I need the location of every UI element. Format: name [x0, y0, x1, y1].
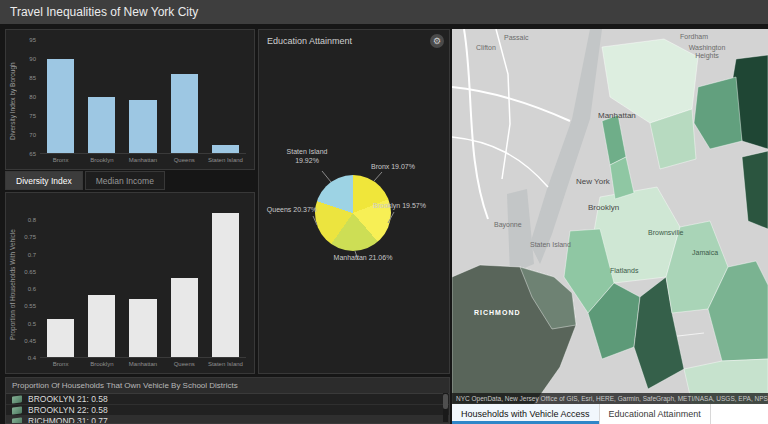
- vehicle-x-axis-labels: BronxBrooklynManhattanQueensStaten Islan…: [40, 358, 246, 370]
- district-list-panel: Proportion Of Households That Own Vehicl…: [5, 377, 450, 424]
- district-list-label: BROOKLYN 21: 0.58: [28, 394, 108, 404]
- list-item[interactable]: RICHMOND 31: 0.77: [6, 416, 449, 424]
- bar-brooklyn[interactable]: [88, 97, 115, 154]
- pie-label-brooklyn: Brooklyn 19.57%: [373, 202, 443, 211]
- map-attribution: NYC OpenData, New Jersey Office of GIS, …: [452, 393, 768, 404]
- vehicle-y-axis-ticks: 0.40.450.50.550.60.650.70.750.8: [20, 203, 40, 358]
- x-axis-label: Staten Island: [205, 157, 246, 163]
- y-axis-tick: 90: [29, 56, 36, 62]
- tab-diversity-index[interactable]: Diversity Index: [5, 171, 83, 190]
- vehicle-plot-area: BronxBrooklynManhattanQueensStaten Islan…: [40, 203, 250, 370]
- list-item[interactable]: BROOKLYN 21: 0.58: [6, 394, 449, 405]
- pie-label-staten-island: Staten Island 19.92%: [281, 148, 333, 166]
- bar-bronx[interactable]: [47, 319, 74, 357]
- bar-staten-island[interactable]: [212, 213, 239, 357]
- y-axis-tick: 0.75: [24, 234, 36, 240]
- map-basemap: [452, 29, 768, 404]
- page-title: Travel Inequalities of New York City: [10, 5, 198, 19]
- y-axis-tick: 0.4: [28, 355, 36, 361]
- tab-educational-attainment[interactable]: Educational Attainment: [600, 404, 711, 424]
- y-axis-tick: 0.8: [28, 217, 36, 223]
- y-axis-tick: 80: [29, 94, 36, 100]
- tab-households-vehicle-access[interactable]: Households with Vehicle Access: [452, 404, 600, 424]
- education-panel-title: Education Attainment: [259, 30, 449, 52]
- district-list-label: BROOKLYN 22: 0.58: [28, 405, 108, 415]
- x-axis-label: Manhattan: [122, 157, 163, 163]
- vehicle-chart-panel: Proportion of Households With Vehicle 0.…: [5, 192, 255, 374]
- y-axis-tick: 95: [29, 37, 36, 43]
- y-axis-tick: 0.55: [24, 303, 36, 309]
- y-axis-tick: 0.65: [24, 269, 36, 275]
- x-axis-label: Brooklyn: [81, 361, 122, 367]
- diversity-chart-body: 65707580859095 BronxBrooklynManhattanQue…: [20, 36, 250, 166]
- district-flag-icon: [12, 395, 22, 403]
- y-axis-tick: 65: [29, 151, 36, 157]
- diversity-bars: [40, 40, 246, 154]
- district-list-label: RICHMOND 31: 0.77: [28, 416, 108, 424]
- bar-staten-island[interactable]: [212, 145, 239, 153]
- pie-label-manhattan: Manhattan 21.06%: [321, 254, 405, 263]
- diversity-y-axis-title: Diversity Index by Borough: [9, 36, 20, 166]
- diversity-x-axis-labels: BronxBrooklynManhattanQueensStaten Islan…: [40, 154, 246, 166]
- diversity-plot-area: BronxBrooklynManhattanQueensStaten Islan…: [40, 40, 250, 166]
- bar-manhattan[interactable]: [129, 299, 156, 357]
- map-tab-bar: Households with Vehicle Access Education…: [452, 404, 768, 424]
- x-axis-label: Queens: [164, 157, 205, 163]
- education-pie-panel: Education Attainment ⚙ Bronx 19.07% Broo…: [258, 29, 450, 374]
- diversity-chart-panel: Diversity Index by Borough 6570758085909…: [5, 29, 255, 170]
- x-axis-label: Queens: [164, 361, 205, 367]
- widget-settings-icon[interactable]: ⚙: [430, 34, 444, 48]
- bar-brooklyn[interactable]: [88, 295, 115, 357]
- vehicle-y-axis-title: Proportion of Households With Vehicle: [9, 199, 20, 370]
- x-axis-label: Bronx: [40, 157, 81, 163]
- vehicle-chart-body: 0.40.450.50.550.60.650.70.750.8 BronxBro…: [20, 199, 250, 370]
- bar-queens[interactable]: [171, 74, 198, 153]
- list-item[interactable]: BROOKLYN 22: 0.58: [6, 405, 449, 416]
- y-axis-tick: 0.6: [28, 286, 36, 292]
- vehicle-bars: [40, 203, 246, 358]
- pie-label-bronx: Bronx 19.07%: [371, 163, 435, 172]
- diversity-y-axis-ticks: 65707580859095: [20, 40, 40, 154]
- y-axis-tick: 0.5: [28, 321, 36, 327]
- bar-queens[interactable]: [171, 278, 198, 357]
- y-axis-tick: 0.7: [28, 252, 36, 258]
- y-axis-tick: 70: [29, 132, 36, 138]
- bar-manhattan[interactable]: [129, 100, 156, 153]
- tab-median-income[interactable]: Median Income: [85, 171, 165, 190]
- app-header: Travel Inequalities of New York City: [0, 0, 768, 24]
- x-axis-label: Brooklyn: [81, 157, 122, 163]
- left-chart-tabs: Diversity Index Median Income: [5, 171, 167, 190]
- bar-bronx[interactable]: [47, 59, 74, 153]
- pie-label-queens: Queens 20.37%: [261, 206, 317, 215]
- scrollbar[interactable]: [443, 393, 448, 422]
- district-list-title: Proportion Of Households That Own Vehicl…: [6, 378, 449, 394]
- scrollbar-thumb[interactable]: [443, 394, 448, 409]
- map-canvas[interactable]: Passaic Clifton Fordham Washington Heigh…: [452, 29, 768, 424]
- y-axis-tick: 0.45: [24, 338, 36, 344]
- x-axis-label: Manhattan: [122, 361, 163, 367]
- education-pie-chart[interactable]: [315, 175, 391, 251]
- x-axis-label: Bronx: [40, 361, 81, 367]
- y-axis-tick: 75: [29, 113, 36, 119]
- x-axis-label: Staten Island: [205, 361, 246, 367]
- y-axis-tick: 85: [29, 75, 36, 81]
- district-flag-icon: [12, 406, 22, 414]
- dashboard-app: Travel Inequalities of New York City Div…: [0, 0, 768, 424]
- district-flag-icon: [12, 417, 22, 424]
